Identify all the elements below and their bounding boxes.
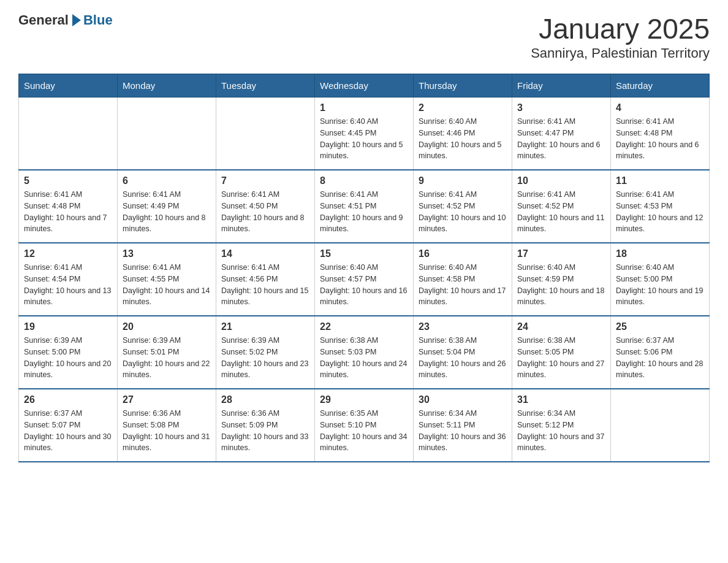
day-info: Sunrise: 6:35 AM Sunset: 5:10 PM Dayligh…	[320, 408, 408, 454]
calendar-week-row: 5Sunrise: 6:41 AM Sunset: 4:48 PM Daylig…	[19, 170, 710, 243]
calendar-cell	[118, 98, 216, 170]
calendar-cell: 5Sunrise: 6:41 AM Sunset: 4:48 PM Daylig…	[19, 170, 118, 243]
logo-arrow-icon	[72, 14, 81, 26]
day-info: Sunrise: 6:41 AM Sunset: 4:52 PM Dayligh…	[517, 189, 605, 235]
calendar-cell: 21Sunrise: 6:39 AM Sunset: 5:02 PM Dayli…	[216, 316, 315, 389]
day-number: 10	[517, 175, 605, 186]
day-info: Sunrise: 6:38 AM Sunset: 5:04 PM Dayligh…	[419, 335, 507, 381]
day-number: 21	[221, 321, 309, 332]
calendar-cell: 1Sunrise: 6:40 AM Sunset: 4:45 PM Daylig…	[315, 98, 414, 170]
day-info: Sunrise: 6:34 AM Sunset: 5:11 PM Dayligh…	[419, 408, 507, 454]
calendar-cell: 27Sunrise: 6:36 AM Sunset: 5:08 PM Dayli…	[118, 389, 216, 462]
calendar-cell: 25Sunrise: 6:37 AM Sunset: 5:06 PM Dayli…	[611, 316, 710, 389]
day-number: 5	[24, 175, 112, 186]
day-number: 28	[221, 394, 309, 405]
day-number: 12	[24, 248, 112, 259]
day-info: Sunrise: 6:40 AM Sunset: 4:57 PM Dayligh…	[320, 262, 408, 308]
logo-general-text: General	[18, 12, 69, 28]
day-number: 2	[419, 102, 507, 113]
calendar-cell: 20Sunrise: 6:39 AM Sunset: 5:01 PM Dayli…	[118, 316, 216, 389]
day-info: Sunrise: 6:41 AM Sunset: 4:56 PM Dayligh…	[221, 262, 309, 308]
day-number: 3	[517, 102, 605, 113]
day-info: Sunrise: 6:40 AM Sunset: 4:46 PM Dayligh…	[419, 116, 507, 162]
calendar-cell: 29Sunrise: 6:35 AM Sunset: 5:10 PM Dayli…	[315, 389, 414, 462]
logo-blue-text: Blue	[83, 12, 113, 28]
day-number: 4	[616, 102, 704, 113]
logo: General Blue	[18, 12, 113, 28]
calendar-cell: 19Sunrise: 6:39 AM Sunset: 5:00 PM Dayli…	[19, 316, 118, 389]
day-of-week-header: Thursday	[414, 74, 512, 98]
calendar-cell: 8Sunrise: 6:41 AM Sunset: 4:51 PM Daylig…	[315, 170, 414, 243]
calendar-cell: 15Sunrise: 6:40 AM Sunset: 4:57 PM Dayli…	[315, 243, 414, 316]
day-number: 13	[123, 248, 211, 259]
day-of-week-header: Sunday	[19, 74, 118, 98]
calendar-cell: 14Sunrise: 6:41 AM Sunset: 4:56 PM Dayli…	[216, 243, 315, 316]
day-info: Sunrise: 6:41 AM Sunset: 4:47 PM Dayligh…	[517, 116, 605, 162]
day-number: 26	[24, 394, 112, 405]
day-number: 8	[320, 175, 408, 186]
calendar-cell: 4Sunrise: 6:41 AM Sunset: 4:48 PM Daylig…	[611, 98, 710, 170]
day-number: 30	[419, 394, 507, 405]
calendar-cell: 30Sunrise: 6:34 AM Sunset: 5:11 PM Dayli…	[414, 389, 512, 462]
calendar-week-row: 26Sunrise: 6:37 AM Sunset: 5:07 PM Dayli…	[19, 389, 710, 462]
day-number: 6	[123, 175, 211, 186]
calendar-week-row: 1Sunrise: 6:40 AM Sunset: 4:45 PM Daylig…	[19, 98, 710, 170]
day-info: Sunrise: 6:38 AM Sunset: 5:05 PM Dayligh…	[517, 335, 605, 381]
page-header: General Blue January 2025 Sannirya, Pale…	[18, 12, 710, 61]
day-info: Sunrise: 6:38 AM Sunset: 5:03 PM Dayligh…	[320, 335, 408, 381]
day-number: 24	[517, 321, 605, 332]
day-number: 11	[616, 175, 704, 186]
day-of-week-header: Tuesday	[216, 74, 315, 98]
day-of-week-header: Saturday	[611, 74, 710, 98]
day-info: Sunrise: 6:41 AM Sunset: 4:55 PM Dayligh…	[123, 262, 211, 308]
day-number: 20	[123, 321, 211, 332]
day-number: 9	[419, 175, 507, 186]
day-number: 31	[517, 394, 605, 405]
day-number: 15	[320, 248, 408, 259]
calendar-cell: 18Sunrise: 6:40 AM Sunset: 5:00 PM Dayli…	[611, 243, 710, 316]
calendar-title: January 2025	[531, 12, 710, 45]
calendar-cell	[19, 98, 118, 170]
calendar-header-row: SundayMondayTuesdayWednesdayThursdayFrid…	[19, 74, 710, 98]
calendar-subtitle: Sannirya, Palestinian Territory	[531, 45, 710, 61]
day-info: Sunrise: 6:40 AM Sunset: 4:59 PM Dayligh…	[517, 262, 605, 308]
day-number: 7	[221, 175, 309, 186]
day-info: Sunrise: 6:41 AM Sunset: 4:50 PM Dayligh…	[221, 189, 309, 235]
calendar-cell: 23Sunrise: 6:38 AM Sunset: 5:04 PM Dayli…	[414, 316, 512, 389]
day-of-week-header: Wednesday	[315, 74, 414, 98]
calendar-cell: 6Sunrise: 6:41 AM Sunset: 4:49 PM Daylig…	[118, 170, 216, 243]
day-info: Sunrise: 6:41 AM Sunset: 4:48 PM Dayligh…	[616, 116, 704, 162]
day-number: 23	[419, 321, 507, 332]
calendar-cell: 28Sunrise: 6:36 AM Sunset: 5:09 PM Dayli…	[216, 389, 315, 462]
title-block: January 2025 Sannirya, Palestinian Terri…	[531, 12, 710, 61]
day-info: Sunrise: 6:34 AM Sunset: 5:12 PM Dayligh…	[517, 408, 605, 454]
calendar-cell: 10Sunrise: 6:41 AM Sunset: 4:52 PM Dayli…	[512, 170, 611, 243]
calendar-cell: 7Sunrise: 6:41 AM Sunset: 4:50 PM Daylig…	[216, 170, 315, 243]
calendar-cell	[611, 389, 710, 462]
day-number: 25	[616, 321, 704, 332]
day-info: Sunrise: 6:40 AM Sunset: 4:45 PM Dayligh…	[320, 116, 408, 162]
day-number: 27	[123, 394, 211, 405]
day-number: 18	[616, 248, 704, 259]
day-info: Sunrise: 6:36 AM Sunset: 5:08 PM Dayligh…	[123, 408, 211, 454]
day-info: Sunrise: 6:39 AM Sunset: 5:00 PM Dayligh…	[24, 335, 112, 381]
day-info: Sunrise: 6:39 AM Sunset: 5:02 PM Dayligh…	[221, 335, 309, 381]
calendar-week-row: 12Sunrise: 6:41 AM Sunset: 4:54 PM Dayli…	[19, 243, 710, 316]
day-info: Sunrise: 6:41 AM Sunset: 4:52 PM Dayligh…	[419, 189, 507, 235]
calendar-cell: 16Sunrise: 6:40 AM Sunset: 4:58 PM Dayli…	[414, 243, 512, 316]
day-number: 16	[419, 248, 507, 259]
day-number: 14	[221, 248, 309, 259]
day-info: Sunrise: 6:41 AM Sunset: 4:54 PM Dayligh…	[24, 262, 112, 308]
day-number: 29	[320, 394, 408, 405]
calendar-cell: 24Sunrise: 6:38 AM Sunset: 5:05 PM Dayli…	[512, 316, 611, 389]
day-info: Sunrise: 6:40 AM Sunset: 4:58 PM Dayligh…	[419, 262, 507, 308]
calendar-cell: 22Sunrise: 6:38 AM Sunset: 5:03 PM Dayli…	[315, 316, 414, 389]
day-info: Sunrise: 6:41 AM Sunset: 4:49 PM Dayligh…	[123, 189, 211, 235]
day-info: Sunrise: 6:37 AM Sunset: 5:07 PM Dayligh…	[24, 408, 112, 454]
calendar-cell: 26Sunrise: 6:37 AM Sunset: 5:07 PM Dayli…	[19, 389, 118, 462]
calendar-cell: 12Sunrise: 6:41 AM Sunset: 4:54 PM Dayli…	[19, 243, 118, 316]
calendar-cell: 17Sunrise: 6:40 AM Sunset: 4:59 PM Dayli…	[512, 243, 611, 316]
day-number: 19	[24, 321, 112, 332]
calendar-cell: 3Sunrise: 6:41 AM Sunset: 4:47 PM Daylig…	[512, 98, 611, 170]
calendar-cell: 13Sunrise: 6:41 AM Sunset: 4:55 PM Dayli…	[118, 243, 216, 316]
